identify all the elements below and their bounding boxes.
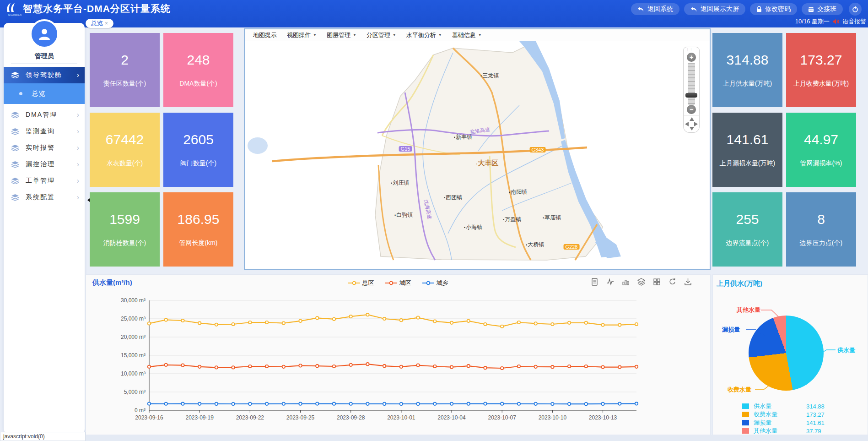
stat-card-水表数量(个)[interactable]: 67442水表数量(个) bbox=[90, 113, 160, 187]
back-arrow-icon bbox=[637, 6, 644, 12]
pie-legend-row-供水量[interactable]: 供水量314.88 bbox=[742, 402, 825, 410]
header-button-交接班[interactable]: 交接班 bbox=[802, 3, 843, 15]
pan-down-icon[interactable] bbox=[690, 127, 694, 131]
header-button-返回展示大屏[interactable]: 返回展示大屏 bbox=[684, 3, 745, 15]
sidebar-item-DMA管理[interactable]: DMA管理› bbox=[4, 107, 85, 123]
sidebar-item-漏控治理[interactable]: 漏控治理› bbox=[4, 156, 85, 173]
download-icon[interactable] bbox=[684, 278, 692, 286]
map-menu-分区管理[interactable]: 分区管理▼ bbox=[367, 31, 396, 39]
pie-title: 上月供水(万吨) bbox=[717, 279, 762, 288]
map-menu-基础信息[interactable]: 基础信息▼ bbox=[452, 31, 482, 39]
avatar[interactable] bbox=[30, 19, 59, 49]
stack-icon[interactable] bbox=[637, 278, 645, 286]
sidebar-item-工单管理[interactable]: 工单管理› bbox=[4, 173, 85, 189]
zoom-in-button[interactable]: + bbox=[687, 53, 696, 62]
stat-card-管网长度(km)[interactable]: 186.95管网长度(km) bbox=[163, 192, 233, 267]
legend-item-城区[interactable]: 城区 bbox=[385, 279, 411, 287]
map-canvas[interactable]: •三龙镇•新丰镇◦大丰区•刘庄镇•南阳镇•西团镇•白驹镇•万盈镇•草庙镇•小海镇… bbox=[245, 41, 710, 269]
svg-text:2023-09-16: 2023-09-16 bbox=[135, 414, 163, 421]
stat-label: 边界流量点(个) bbox=[712, 239, 782, 247]
chevron-down-icon: ▼ bbox=[438, 33, 442, 37]
pie-chart[interactable] bbox=[749, 316, 824, 391]
header-button-修改密码[interactable]: 修改密码 bbox=[750, 3, 797, 15]
stat-label: 水表数量(个) bbox=[90, 159, 160, 168]
app-logo-icon: MIAOMIAO bbox=[5, 2, 20, 16]
zoom-out-button[interactable]: − bbox=[687, 105, 696, 114]
stat-card-边界压力点(个)[interactable]: 8边界压力点(个) bbox=[786, 192, 856, 267]
map-town-大桥镇: •大桥镇 bbox=[526, 241, 544, 249]
map-pan-pad bbox=[683, 115, 700, 133]
stat-label: 阀门数量(个) bbox=[163, 159, 233, 168]
zoom-slider-track[interactable] bbox=[688, 63, 695, 105]
data-view-icon[interactable] bbox=[591, 278, 598, 286]
layers-icon bbox=[11, 72, 26, 78]
pie-legend-row-漏损量[interactable]: 漏损量141.61 bbox=[742, 419, 825, 427]
sidebar-item-领导驾驶舱[interactable]: 领导驾驶舱› bbox=[4, 67, 85, 83]
map-town-白驹镇: •白驹镇 bbox=[394, 211, 413, 219]
chevron-down-icon: ▼ bbox=[313, 33, 317, 37]
horizontal-scrollbar[interactable] bbox=[86, 435, 868, 441]
sidebar-subitem-总览[interactable]: 总览 bbox=[4, 83, 85, 104]
svg-text:2023-09-28: 2023-09-28 bbox=[337, 414, 365, 421]
legend-chip bbox=[742, 403, 749, 409]
legend-item-总区[interactable]: 总区 bbox=[348, 279, 374, 287]
stat-card-上月漏损水量(万吨)[interactable]: 141.61上月漏损水量(万吨) bbox=[712, 113, 782, 187]
pan-left-icon[interactable] bbox=[685, 122, 689, 126]
map-menu-地图提示[interactable]: 地图提示 bbox=[253, 31, 277, 39]
stat-label: 消防栓数量(个) bbox=[90, 239, 160, 247]
stat-label: 责任区数量(个) bbox=[90, 80, 160, 88]
chevron-right-icon: › bbox=[77, 111, 80, 119]
stat-card-消防栓数量(个)[interactable]: 1599消防栓数量(个) bbox=[90, 192, 160, 267]
stat-value: 186.95 bbox=[163, 212, 233, 227]
stat-card-DMA数量(个)[interactable]: 248DMA数量(个) bbox=[163, 33, 233, 107]
svg-text:2023-09-22: 2023-09-22 bbox=[236, 414, 264, 421]
power-button[interactable] bbox=[849, 3, 862, 16]
stat-card-责任区数量(个)[interactable]: 2责任区数量(个) bbox=[90, 33, 160, 107]
chevron-right-icon: › bbox=[77, 127, 80, 136]
legend-item-城乡[interactable]: 城乡 bbox=[422, 279, 448, 287]
map-road-badge-G343: G343 bbox=[530, 147, 546, 152]
zoom-widget-grip[interactable]: ⋮⋮ bbox=[686, 49, 693, 50]
tiled-icon[interactable] bbox=[653, 278, 661, 286]
zoom-slider-handle[interactable] bbox=[685, 93, 697, 98]
sidebar-item-监测查询[interactable]: 监测查询› bbox=[4, 123, 85, 140]
tab-close-icon[interactable]: × bbox=[105, 20, 108, 27]
voice-alarm-label[interactable]: 语音报警 bbox=[842, 17, 866, 26]
map-town-草庙镇: •草庙镇 bbox=[543, 214, 561, 222]
bar-chart-icon[interactable] bbox=[622, 278, 630, 286]
stat-card-阀门数量(个)[interactable]: 2605阀门数量(个) bbox=[163, 113, 233, 187]
lock-icon bbox=[756, 6, 762, 12]
svg-text:20,000 m³: 20,000 m³ bbox=[121, 334, 146, 340]
pie-legend-row-其他水量[interactable]: 其他水量37.79 bbox=[742, 427, 825, 435]
map-menu-视图操作[interactable]: 视图操作▼ bbox=[287, 31, 317, 39]
user-name: 管理员 bbox=[4, 52, 85, 60]
svg-text:0 m³: 0 m³ bbox=[135, 407, 146, 414]
chevron-right-icon: › bbox=[77, 193, 80, 201]
pan-up-icon[interactable] bbox=[690, 117, 694, 121]
pan-right-icon[interactable] bbox=[694, 122, 698, 126]
map-menu-水平衡分析[interactable]: 水平衡分析▼ bbox=[406, 31, 442, 39]
line-chart[interactable]: 0 m³5,000 m³10,000 m³15,000 m³20,000 m³2… bbox=[86, 290, 710, 435]
speaker-icon[interactable] bbox=[832, 18, 840, 25]
stat-value: 255 bbox=[712, 212, 782, 227]
header-button-返回系统[interactable]: 返回系统 bbox=[631, 3, 679, 15]
map-town-南阳镇: •南阳镇 bbox=[509, 188, 527, 196]
tab-overview[interactable]: 总览 × bbox=[86, 19, 113, 28]
stat-card-管网漏损率(%)[interactable]: 44.97管网漏损率(%) bbox=[786, 113, 856, 187]
svg-text:2023-09-19: 2023-09-19 bbox=[185, 414, 214, 421]
map-menu-图层管理[interactable]: 图层管理▼ bbox=[327, 31, 356, 39]
restore-icon[interactable] bbox=[669, 278, 676, 286]
pie-callout-loss: 漏损量 bbox=[722, 326, 740, 334]
layers-icon bbox=[11, 145, 26, 151]
map-town-三龙镇: •三龙镇 bbox=[480, 72, 499, 80]
map-town-大丰区: ◦大丰区 bbox=[476, 159, 498, 168]
pie-legend-row-收费水量[interactable]: 收费水量173.27 bbox=[742, 410, 825, 419]
sidebar-item-系统配置[interactable]: 系统配置› bbox=[4, 189, 85, 206]
stat-card-边界流量点(个)[interactable]: 255边界流量点(个) bbox=[712, 192, 782, 267]
line-chart-icon[interactable] bbox=[606, 278, 614, 286]
stat-label: 边界压力点(个) bbox=[786, 239, 856, 247]
stat-label: 管网长度(km) bbox=[163, 239, 233, 247]
sidebar-item-实时报警[interactable]: 实时报警› bbox=[4, 140, 85, 156]
stat-card-上月供水量(万吨)[interactable]: 314.88上月供水量(万吨) bbox=[712, 33, 782, 107]
stat-card-上月收费水量(万吨)[interactable]: 173.27上月收费水量(万吨) bbox=[786, 33, 856, 107]
